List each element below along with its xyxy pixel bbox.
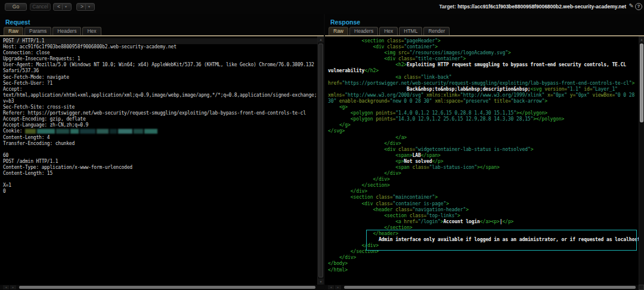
request-panel-title: Request bbox=[5, 18, 30, 26]
scroll-down-icon[interactable]: ▼ bbox=[318, 279, 324, 285]
request-tab-params[interactable]: Params bbox=[24, 27, 51, 35]
request-line: text/html,application/xhtml+xml,applicat… bbox=[3, 92, 317, 98]
scroll-left-icon[interactable]: ◂ bbox=[328, 285, 334, 289]
request-tab-hex[interactable]: Hex bbox=[82, 27, 101, 35]
edit-target-icon[interactable]: ✎ bbox=[629, 2, 634, 9]
request-tab-raw[interactable]: Raw bbox=[4, 27, 23, 35]
request-line: Accept: bbox=[3, 87, 317, 92]
response-line: </html> bbox=[328, 267, 639, 273]
response-line: </header> bbox=[328, 231, 639, 237]
scrollbar-thumb[interactable] bbox=[344, 286, 636, 289]
response-line: Admin interface only available if logged… bbox=[328, 237, 639, 243]
request-horizontal-scrollbar[interactable]: ◂ ▸ bbox=[0, 285, 324, 289]
response-line: <div class="container is-page"> bbox=[328, 201, 639, 207]
scroll-right-icon[interactable]: ▸ bbox=[10, 285, 16, 289]
response-line: </div> bbox=[328, 255, 639, 261]
request-line bbox=[3, 147, 317, 153]
response-line: <header class="navigation-header"> bbox=[328, 207, 639, 213]
prev-arrow-icon: < bbox=[57, 4, 60, 10]
response-vertical-scrollbar[interactable]: ▲ bbox=[639, 36, 644, 285]
cancel-button[interactable]: Cancel bbox=[30, 3, 51, 11]
scroll-up-icon[interactable]: ▲ bbox=[318, 36, 324, 42]
request-lines: POST / HTTP/1.1Host: acc91f6c1f903be8800… bbox=[3, 38, 317, 195]
request-line: Transfer-Encoding: chunked bbox=[3, 141, 317, 147]
request-line: 60 bbox=[3, 153, 317, 159]
request-line: Content-Type: application/x-www-form-url… bbox=[3, 165, 317, 171]
response-line: <g> bbox=[328, 104, 639, 110]
request-line: Host: acc91f6c1f903be8800958f9006800b2.w… bbox=[3, 44, 317, 50]
response-panel-title: Response bbox=[330, 18, 360, 26]
response-tab-html[interactable]: HTML bbox=[399, 27, 422, 35]
response-line: </div> bbox=[328, 141, 639, 147]
response-line: vulnerability</h2> bbox=[328, 68, 639, 74]
response-line: href="https://portswigger.net/web-securi… bbox=[328, 81, 639, 87]
response-line: <a href="/login">Account login</a><p>|</… bbox=[328, 219, 639, 225]
response-line: </svg> bbox=[328, 128, 639, 134]
request-line: User-Agent: Mozilla/5.0 (Windows NT 10.0… bbox=[3, 62, 317, 68]
response-tab-headers[interactable]: Headers bbox=[349, 27, 378, 35]
response-tab-raw[interactable]: Raw bbox=[329, 27, 348, 35]
request-line: Content-Length: 4 bbox=[3, 135, 317, 141]
response-line: <section class="top-links"> bbox=[328, 213, 639, 219]
prev-request-button[interactable]: <▼ bbox=[53, 3, 72, 11]
response-viewer[interactable]: <section class="pageHeader"> <div class=… bbox=[325, 36, 639, 285]
response-line: </section> bbox=[328, 249, 639, 255]
target-label: Target: bbox=[439, 4, 456, 10]
response-line: <div class="container"> bbox=[328, 44, 639, 50]
response-line: xmlns="http://www.w3.org/2000/svg" xmlns… bbox=[328, 92, 639, 98]
response-line: </g> bbox=[328, 122, 639, 128]
response-tab-render[interactable]: Render bbox=[423, 27, 450, 35]
request-line: Referer: https://portswigger.net/web-sec… bbox=[3, 110, 317, 116]
response-line: <a class="link-back" bbox=[328, 75, 639, 81]
response-horizontal-scrollbar[interactable]: ◂ ▸ bbox=[325, 285, 644, 289]
request-line: 0 bbox=[3, 189, 317, 195]
request-line: POST /admin HTTP/1.1 bbox=[3, 159, 317, 165]
request-line: Sec-Fetch-Site: cross-site bbox=[3, 104, 317, 110]
response-line: <polygon points="1.4,0 0,1.2 12.6,15 0,2… bbox=[328, 110, 639, 116]
response-line: <h2>Exploiting HTTP request smuggling to… bbox=[328, 62, 639, 68]
response-line: </body> bbox=[328, 261, 639, 267]
response-line: <img src="/resources/images/logoAcademy.… bbox=[328, 50, 639, 56]
response-line: </a> bbox=[328, 135, 639, 141]
redacted-cookie-value bbox=[25, 129, 157, 134]
request-tabs: RawParamsHeadersHex bbox=[4, 27, 101, 35]
request-tab-headers[interactable]: Headers bbox=[52, 27, 81, 35]
request-line: Cookie: bbox=[3, 128, 317, 134]
response-line: </div> bbox=[328, 177, 639, 183]
request-vertical-scrollbar[interactable]: ▲ ▼ bbox=[317, 36, 324, 285]
response-panel: Response RawHeadersHexHTMLRender <sectio… bbox=[325, 14, 644, 290]
response-line: </div> bbox=[328, 189, 639, 195]
scrollbar-thumb[interactable] bbox=[318, 44, 323, 277]
target-url: https://acc91f6c1f903be8800958f9006800b2… bbox=[457, 4, 626, 10]
response-line: <section class="maincontainer"> bbox=[328, 195, 639, 200]
go-button[interactable]: Go bbox=[5, 3, 27, 11]
scrollbar-thumb[interactable] bbox=[640, 44, 643, 122]
request-line: Accept-Encoding: gzip, deflate bbox=[3, 116, 317, 122]
response-line: <span class="lab-status-icon"></span> bbox=[328, 165, 639, 171]
response-line: <span>LAB</span> bbox=[328, 153, 639, 159]
scroll-up-icon[interactable]: ▲ bbox=[639, 36, 644, 42]
request-line: Upgrade-Insecure-Requests: 1 bbox=[3, 56, 317, 62]
request-line: Content-Length: 15 bbox=[3, 171, 317, 177]
scrollbar-thumb[interactable] bbox=[19, 286, 315, 289]
request-line: Accept-Language: zh-CN,zh;q=0.9 bbox=[3, 122, 317, 128]
scroll-right-icon[interactable]: ▸ bbox=[335, 285, 341, 289]
response-line: 30" enable-background="new 0 0 28 30" xm… bbox=[328, 98, 639, 104]
request-line: Connection: close bbox=[3, 50, 317, 56]
chevron-down-icon[interactable]: ▼ bbox=[64, 4, 67, 10]
request-line: Sec-Fetch-User: ?1 bbox=[3, 81, 317, 87]
response-line: </div> bbox=[328, 171, 639, 177]
request-line: v=b3 bbox=[3, 98, 317, 104]
scroll-left-icon[interactable]: ◂ bbox=[3, 285, 9, 289]
next-request-button[interactable]: >▼ bbox=[76, 3, 95, 11]
target-bar: Target: https://acc91f6c1f903be8800958f9… bbox=[439, 4, 626, 10]
request-line: POST / HTTP/1.1 bbox=[3, 38, 317, 44]
response-line: Back&nbsp;to&nbsp;lab&nbsp;description&n… bbox=[328, 87, 639, 92]
chevron-down-icon[interactable]: ▼ bbox=[88, 4, 91, 10]
request-editor[interactable]: POST / HTTP/1.1Host: acc91f6c1f903be8800… bbox=[0, 36, 317, 285]
next-arrow-icon: > bbox=[80, 4, 83, 10]
response-tab-hex[interactable]: Hex bbox=[379, 27, 398, 35]
request-line: X=1 bbox=[3, 183, 317, 189]
help-icon[interactable]: ? bbox=[635, 3, 642, 10]
response-lines: <section class="pageHeader"> <div class=… bbox=[328, 38, 639, 273]
